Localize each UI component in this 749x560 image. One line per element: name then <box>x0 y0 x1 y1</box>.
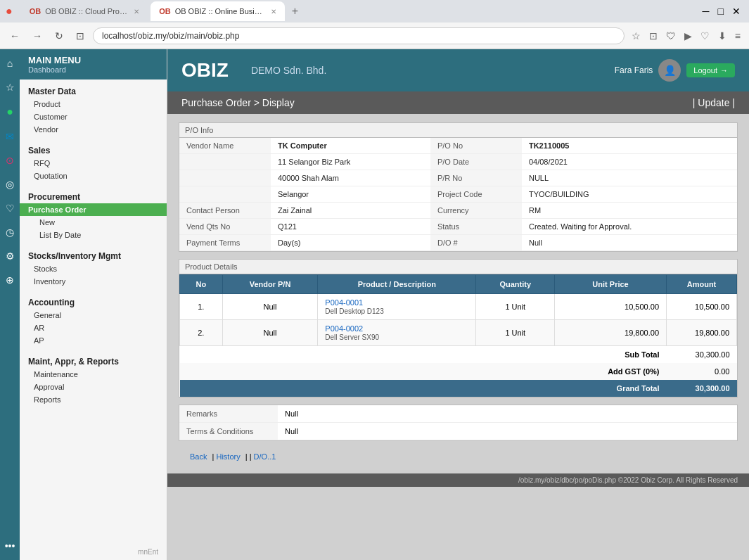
procurement-title[interactable]: Procurement <box>20 188 167 203</box>
sidebar-item-maintenance[interactable]: Maintenance <box>20 368 167 381</box>
table-row: Contact Person Zai Zainal Currency RM <box>179 203 737 219</box>
heart-left-icon[interactable]: ♡ <box>3 200 18 217</box>
sidebar-sub-item-list-by-date[interactable]: List By Date <box>20 229 167 241</box>
circle-icon[interactable]: ◎ <box>3 176 17 193</box>
accounting-title[interactable]: Accounting <box>20 293 167 309</box>
table-row: Vend Qts No Q121 Status Created. Waiting… <box>179 219 737 235</box>
sidebar-item-inventory[interactable]: Inventory <box>20 275 167 288</box>
sidebar-item-ar[interactable]: AR <box>20 322 167 334</box>
vendor-name-value: TK Computer <box>271 138 430 154</box>
new-tab-button[interactable]: + <box>288 5 302 18</box>
back-link[interactable]: Back <box>190 452 207 461</box>
browser-tab-2[interactable]: OB OB OBIZ :: Online Business Ap... ✕ <box>151 1 285 21</box>
procurement-section: Procurement Purchase Order New List By D… <box>20 185 167 244</box>
browser-controls: ← → ↻ ⊡ ☆ ⊡ 🛡 ▶ ♡ ⬇ ≡ <box>0 23 749 49</box>
page-footer: /obiz.my/obiz/dbc/po/poDis.php ©2022 Obi… <box>167 473 749 487</box>
sales-title[interactable]: Sales <box>20 141 167 157</box>
instagram-icon[interactable]: ⊙ <box>3 152 17 169</box>
browser-tab-1[interactable]: OB OB OBIZ :: Cloud Procurement ✕ <box>21 1 148 21</box>
row2-no: 2. <box>180 320 223 346</box>
payment-terms-label: Payment Terms <box>179 235 271 251</box>
menu-icon[interactable]: ≡ <box>732 27 743 44</box>
tab1-close[interactable]: ✕ <box>134 8 139 15</box>
table-header-row: No Vendor P/N Product / Description Quan… <box>180 275 737 294</box>
terms-label: Terms & Conditions <box>179 423 278 440</box>
logout-icon: → <box>720 66 728 75</box>
play-icon[interactable]: ▶ <box>681 27 695 44</box>
address-bar[interactable] <box>93 27 625 44</box>
table-row: 11 Selangor Biz Park P/O Date 04/08/2021 <box>179 154 737 170</box>
row1-quantity: 1 Unit <box>476 294 555 320</box>
vendor-name-label: Vendor Name <box>179 138 271 154</box>
col-amount: Amount <box>667 275 737 294</box>
back-browser-button[interactable]: ← <box>6 27 24 44</box>
contact-person-value: Zai Zainal <box>271 203 430 219</box>
home-button[interactable]: ⊡ <box>72 27 89 44</box>
chat-icon[interactable]: ● <box>4 103 16 121</box>
sidebar-item-stocks[interactable]: Stocks <box>20 262 167 275</box>
row2-product: P004-0002 Dell Server SX90 <box>318 320 476 346</box>
sidebar-item-product[interactable]: Product <box>20 98 167 110</box>
remarks-value: Null <box>278 405 737 423</box>
po-date-value: 04/08/2021 <box>522 154 737 170</box>
star-icon[interactable]: ☆ <box>3 79 18 96</box>
clock-icon[interactable]: ◷ <box>3 224 17 241</box>
sidebar-item-purchase-order[interactable]: Purchase Order <box>20 203 167 216</box>
gear-left-icon[interactable]: ⚙ <box>3 248 18 265</box>
contact-person-label: Contact Person <box>179 203 271 219</box>
project-code-value: TYOC/BUILDING <box>522 186 737 203</box>
browser-frame: ● OB OB OBIZ :: Cloud Procurement ✕ OB O… <box>0 0 749 560</box>
page-toolbar: Purchase Order > Display | Update | <box>167 91 749 114</box>
content-area: P/O Info Vendor Name TK Computer P/O No … <box>167 114 749 473</box>
sidebar-item-ap[interactable]: AP <box>20 334 167 347</box>
row1-product: P004-0001 Dell Desktop D123 <box>318 294 476 320</box>
sidebar-item-reports[interactable]: Reports <box>20 393 167 406</box>
sidebar-item-vendor[interactable]: Vendor <box>20 123 167 136</box>
sidebar-header: MAIN MENU Dashboard <box>20 49 167 79</box>
browser-titlebar: ● OB OB OBIZ :: Cloud Procurement ✕ OB O… <box>0 0 749 23</box>
grand-total-label: Grand Total <box>555 380 667 397</box>
row1-product-code[interactable]: P004-0001 <box>325 298 363 307</box>
reports-title[interactable]: Maint, Appr, & Reports <box>20 352 167 368</box>
sidebar-item-general[interactable]: General <box>20 309 167 322</box>
home-icon[interactable]: ⌂ <box>4 55 15 72</box>
heart-icon[interactable]: ♡ <box>698 27 712 44</box>
sub-total-value: 30,300.00 <box>667 346 737 364</box>
message-icon[interactable]: ✉ <box>3 128 17 145</box>
col-no: No <box>180 275 223 294</box>
history-link[interactable]: History <box>216 452 240 461</box>
tab2-close[interactable]: ✕ <box>271 8 276 15</box>
download-icon[interactable]: ⬇ <box>715 27 729 44</box>
shield-icon[interactable]: 🛡 <box>663 27 679 44</box>
reload-button[interactable]: ↻ <box>51 27 68 44</box>
grand-total-value: 30,300.00 <box>667 380 737 397</box>
page-actions[interactable]: | Update | <box>693 97 735 108</box>
sidebar-item-approval[interactable]: Approval <box>20 381 167 393</box>
sidebar-item-quotation[interactable]: Quotation <box>20 170 167 182</box>
sidebar-sub-item-new[interactable]: New <box>20 216 167 229</box>
maximize-button[interactable]: □ <box>715 3 726 20</box>
terms-row: Terms & Conditions Null <box>179 423 737 440</box>
forward-browser-button[interactable]: → <box>28 27 46 44</box>
location-icon[interactable]: ⊕ <box>3 272 17 288</box>
reports-section: Maint, Appr, & Reports Maintenance Appro… <box>20 350 167 409</box>
screenshot-icon[interactable]: ⊡ <box>646 27 660 44</box>
dashboard-link[interactable]: Dashboard <box>28 65 158 74</box>
sidebar-item-rfq[interactable]: RFQ <box>20 157 167 170</box>
row2-vendor-pn: Null <box>222 320 318 346</box>
master-data-section: Master Data Product Customer Vendor <box>20 79 167 139</box>
inventory-mgmt-title[interactable]: Stocks/Inventory Mgmt <box>20 247 167 262</box>
dots-icon[interactable]: ••• <box>2 537 18 554</box>
row2-amount: 19,800.00 <box>667 320 737 346</box>
bookmark-icon[interactable]: ☆ <box>629 27 644 44</box>
close-button[interactable]: ✕ <box>729 3 743 20</box>
master-data-title[interactable]: Master Data <box>20 82 167 98</box>
logout-button[interactable]: Logout → <box>686 63 735 77</box>
do-link[interactable]: D/O..1 <box>254 452 276 461</box>
minimize-button[interactable]: ─ <box>700 3 712 20</box>
row2-product-code[interactable]: P004-0002 <box>325 324 363 333</box>
sidebar-item-customer[interactable]: Customer <box>20 110 167 123</box>
row2-quantity: 1 Unit <box>476 320 555 346</box>
row2-product-desc: Dell Server SX90 <box>325 333 379 341</box>
row1-no: 1. <box>180 294 223 320</box>
